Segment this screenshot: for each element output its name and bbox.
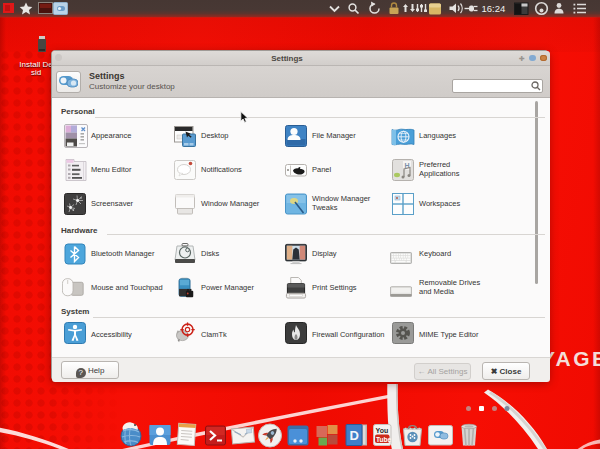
svg-text:Tube: Tube [376, 436, 391, 443]
svg-text:You: You [376, 427, 389, 434]
svg-text:D: D [350, 428, 359, 443]
svg-text:16:24: 16:24 [482, 3, 506, 14]
